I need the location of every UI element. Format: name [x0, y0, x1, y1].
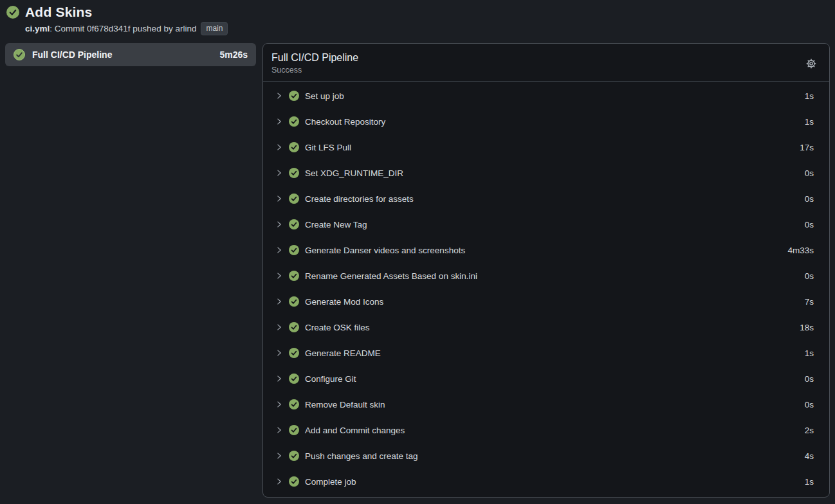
step-duration: 4s: [805, 451, 814, 461]
step-row[interactable]: Create directories for assets 0s: [263, 186, 829, 212]
step-duration: 0s: [805, 374, 814, 384]
step-row[interactable]: Git LFS Pull 17s: [263, 134, 829, 160]
chevron-right-icon[interactable]: [275, 272, 283, 280]
step-row[interactable]: Push changes and create tag 4s: [263, 443, 829, 469]
check-circle-icon: [289, 425, 299, 435]
step-row[interactable]: Set XDG_RUNTIME_DIR 0s: [263, 160, 829, 186]
chevron-right-icon[interactable]: [275, 426, 283, 434]
check-circle-icon: [289, 116, 299, 127]
step-label: Set XDG_RUNTIME_DIR: [305, 168, 799, 178]
check-circle-icon: [289, 194, 299, 204]
chevron-right-icon[interactable]: [275, 143, 283, 151]
job-detail-panel: Full CI/CD Pipeline Success: [262, 43, 830, 498]
step-row[interactable]: Generate README 1s: [263, 340, 829, 366]
step-label: Create New Tag: [305, 220, 799, 230]
check-circle-icon: [289, 168, 299, 178]
commit-text: : Commit 0f678d341f pushed by arlind: [50, 24, 196, 33]
chevron-right-icon[interactable]: [275, 221, 283, 228]
check-circle-icon: [289, 271, 299, 281]
check-circle-icon: [289, 245, 299, 255]
step-label: Add and Commit changes: [305, 426, 799, 435]
step-row[interactable]: Create OSK files 18s: [263, 314, 829, 340]
check-circle-icon: [289, 348, 299, 358]
step-duration: 7s: [805, 297, 814, 307]
step-label: Generate Mod Icons: [305, 297, 799, 307]
step-duration: 17s: [800, 143, 814, 152]
job-duration: 5m26s: [219, 50, 248, 60]
check-circle-icon: [289, 476, 299, 487]
chevron-right-icon[interactable]: [275, 195, 283, 203]
chevron-right-icon[interactable]: [275, 401, 283, 408]
step-duration: 1s: [805, 91, 814, 101]
step-duration: 0s: [805, 271, 814, 281]
branch-badge[interactable]: main: [201, 22, 228, 35]
check-circle-icon: [289, 296, 299, 307]
check-circle-icon: [289, 91, 299, 101]
step-duration: 0s: [805, 220, 814, 230]
step-duration: 0s: [805, 168, 814, 178]
step-row[interactable]: Complete job 1s: [263, 469, 829, 494]
step-label: Set up job: [305, 91, 799, 101]
step-duration: 0s: [805, 194, 814, 204]
step-label: Generate Danser videos and screenshots: [305, 246, 782, 255]
step-row[interactable]: Configure Git 0s: [263, 366, 829, 392]
check-circle-icon: [289, 374, 299, 384]
step-label: Git LFS Pull: [305, 143, 794, 152]
check-circle-icon: [289, 451, 299, 461]
jobs-sidebar: Full CI/CD Pipeline 5m26s: [5, 43, 256, 66]
step-label: Checkout Repository: [305, 117, 799, 127]
step-label: Configure Git: [305, 374, 799, 384]
step-duration: 1s: [805, 117, 814, 127]
step-label: Rename Generated Assets Based on skin.in…: [305, 271, 799, 281]
job-name: Full CI/CD Pipeline: [32, 50, 212, 60]
check-circle-icon: [14, 49, 25, 60]
step-row[interactable]: Generate Mod Icons 7s: [263, 289, 829, 314]
step-row[interactable]: Set up job 1s: [263, 83, 829, 109]
step-label: Push changes and create tag: [305, 451, 799, 461]
chevron-right-icon[interactable]: [275, 246, 283, 254]
check-circle-icon: [6, 6, 19, 19]
step-row[interactable]: Rename Generated Assets Based on skin.in…: [263, 263, 829, 289]
step-duration: 1s: [805, 348, 814, 358]
chevron-right-icon[interactable]: [275, 452, 283, 460]
check-circle-icon: [289, 219, 299, 230]
step-label: Create directories for assets: [305, 194, 799, 204]
job-card-full-cicd-pipeline[interactable]: Full CI/CD Pipeline 5m26s: [5, 43, 256, 66]
step-label: Remove Default skin: [305, 400, 799, 410]
chevron-right-icon[interactable]: [275, 118, 283, 125]
workflow-file: ci.yml: [25, 24, 50, 33]
step-duration: 18s: [800, 323, 814, 332]
step-label: Create OSK files: [305, 323, 794, 332]
step-row[interactable]: Generate Danser videos and screenshots 4…: [263, 237, 829, 263]
check-circle-icon: [289, 322, 299, 332]
job-panel-title: Full CI/CD Pipeline: [271, 52, 358, 64]
chevron-right-icon[interactable]: [275, 169, 283, 177]
chevron-right-icon[interactable]: [275, 478, 283, 485]
step-duration: 0s: [805, 400, 814, 410]
step-duration: 2s: [805, 426, 814, 435]
chevron-right-icon[interactable]: [275, 323, 283, 331]
step-row[interactable]: Remove Default skin 0s: [263, 392, 829, 417]
step-row[interactable]: Checkout Repository 1s: [263, 109, 829, 134]
step-label: Generate README: [305, 348, 799, 358]
step-label: Complete job: [305, 477, 799, 487]
step-duration: 1s: [805, 477, 814, 487]
step-duration: 4m33s: [787, 246, 814, 255]
job-panel-header: Full CI/CD Pipeline Success: [263, 44, 829, 82]
steps-list: Set up job 1s Checkout Repository 1s: [263, 82, 829, 497]
chevron-right-icon[interactable]: [275, 298, 283, 305]
check-circle-icon: [289, 142, 299, 152]
check-circle-icon: [289, 399, 299, 410]
chevron-right-icon[interactable]: [275, 349, 283, 357]
run-title: Add Skins: [25, 4, 92, 20]
run-subtitle: ci.yml: Commit 0f678d341f pushed by arli…: [25, 22, 829, 35]
gear-icon[interactable]: [803, 56, 819, 71]
job-status-text: Success: [271, 66, 358, 75]
chevron-right-icon[interactable]: [275, 92, 283, 100]
chevron-right-icon[interactable]: [275, 375, 283, 382]
step-row[interactable]: Add and Commit changes 2s: [263, 417, 829, 443]
step-row[interactable]: Create New Tag 0s: [263, 212, 829, 237]
run-header: Add Skins ci.yml: Commit 0f678d341f push…: [0, 0, 835, 40]
